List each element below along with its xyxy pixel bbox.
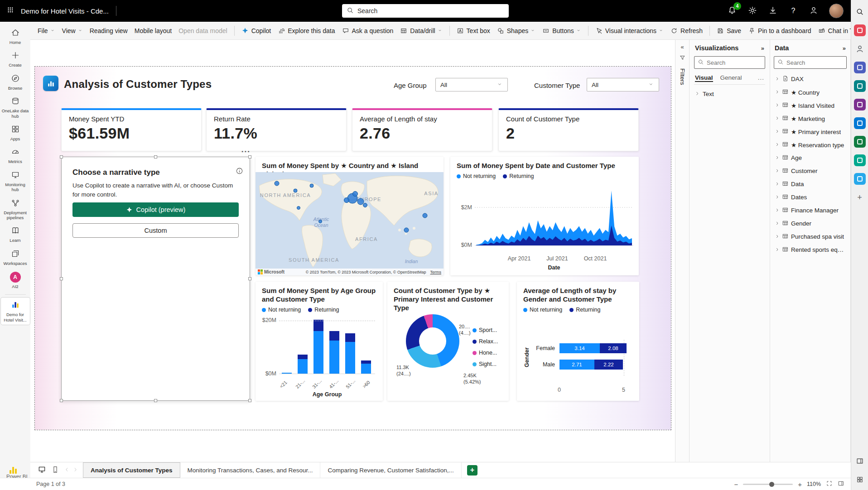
age-group-slicer[interactable]: All — [435, 78, 508, 91]
next-page-button[interactable] — [71, 467, 80, 474]
visual-options-icon[interactable]: ... — [241, 145, 251, 154]
data-field-country[interactable]: ★ Country — [774, 86, 847, 99]
sidebar-item-onelake-data-hub[interactable]: OneLake data hub — [1, 94, 30, 121]
fit-to-width-icon[interactable] — [838, 480, 844, 488]
data-field-age[interactable]: Age — [774, 151, 847, 164]
custom-narrative-button[interactable]: Custom — [72, 223, 239, 238]
bar-row-male[interactable]: 2.712.22 — [559, 360, 623, 370]
sidebar-item-ai2[interactable]: AAI2 — [1, 269, 30, 291]
spend-by-age-visual[interactable]: Sum of Money Spent by Age Group and Cust… — [256, 282, 383, 401]
zoom-slider[interactable] — [743, 484, 793, 485]
ribbon-shapes-button[interactable]: Shapes — [497, 27, 535, 34]
more-options-button[interactable]: ... — [758, 74, 764, 81]
bar-41[interactable] — [329, 331, 339, 374]
notifications-button[interactable]: 4 — [727, 6, 737, 16]
info-icon[interactable] — [236, 167, 243, 176]
sidebar-item-demo-for-hotel-visit[interactable]: Demo for Hotel Visit... — [1, 298, 30, 325]
expand-filters-icon[interactable]: « — [680, 43, 684, 50]
copilot-preview-button[interactable]: Copilot (preview) — [72, 202, 239, 217]
data-field-data[interactable]: Data — [774, 178, 847, 191]
help-button[interactable]: ? — [788, 6, 798, 16]
ribbon-file-button[interactable]: File — [38, 27, 55, 34]
settings-button[interactable] — [747, 6, 757, 16]
primary-interest-donut-visual[interactable]: Count of Customer Type by ★ Primary Inte… — [387, 282, 509, 401]
ribbon-reading-view-button[interactable]: Reading view — [90, 27, 128, 34]
zoom-in-button[interactable]: + — [798, 480, 802, 488]
app-launcher-icon[interactable] — [0, 0, 21, 22]
sheet-tab-comparing-revenue-customer-satisfaction[interactable]: Comparing Revenue, Customer Satisfaction… — [320, 462, 461, 478]
narrative-visual[interactable]: ... Choose a narrative type Use Copilot … — [61, 157, 250, 401]
feedback-button[interactable] — [809, 6, 819, 16]
kpi-card-return-rate[interactable]: Return Rate11.7% — [206, 108, 347, 151]
customer-type-slicer[interactable]: All — [587, 78, 659, 91]
sidebar-item-learn[interactable]: Learn — [1, 223, 30, 245]
ribbon-open-data-model-button[interactable]: Open data model — [178, 27, 227, 34]
ribbon-copilot-button[interactable]: Copilot — [241, 27, 271, 34]
ribbon-visual-interactions-button[interactable]: Visual interactions — [595, 27, 664, 34]
user-avatar[interactable] — [829, 4, 844, 18]
data-field-purchased-spa-visit[interactable]: Purchased spa visit — [774, 230, 847, 243]
sidebar-item-browse[interactable]: Browse — [1, 71, 30, 93]
sidebar-item-home[interactable]: Home — [1, 25, 30, 47]
kpi-card-count-of-customer-type[interactable]: Count of Customer Type2 — [498, 108, 639, 151]
layout-icon[interactable] — [854, 474, 866, 485]
collapse-pane-icon[interactable]: » — [761, 45, 764, 52]
report-page[interactable]: Analysis of Customer Types Age Group All… — [35, 67, 671, 430]
sidebar-item-apps[interactable]: Apps — [1, 122, 30, 144]
m365-app-icon-7[interactable] — [854, 154, 866, 166]
m365-app-icon-1[interactable] — [854, 24, 866, 36]
add-page-button[interactable]: + — [467, 465, 477, 476]
previous-page-button[interactable] — [62, 467, 71, 474]
side-panel-toggle-icon[interactable] — [854, 455, 866, 467]
m365-app-icon-2[interactable] — [854, 62, 866, 73]
sidebar-item-deployment-pipelines[interactable]: Deployment pipelines — [1, 196, 30, 223]
zoom-slider-thumb[interactable] — [769, 482, 774, 487]
tab-general[interactable]: General — [720, 74, 742, 81]
add-app-button[interactable]: + — [854, 192, 866, 203]
m365-app-icon-5[interactable] — [854, 117, 866, 129]
ribbon-data-drill-button[interactable]: Data/drill — [400, 27, 442, 34]
m365-app-icon-6[interactable] — [854, 136, 866, 148]
data-field-dax[interactable]: DAX — [774, 72, 847, 86]
m365-app-icon-3[interactable] — [854, 80, 866, 92]
data-field-rented-sports-equipme[interactable]: Rented sports equipme... — [774, 243, 847, 256]
bar-row-female[interactable]: 3.142.08 — [559, 343, 627, 353]
data-field-primary-interest[interactable]: ★ Primary interest — [774, 125, 847, 138]
spend-by-date-visual[interactable]: Sum of Money Spent by Date and Customer … — [450, 157, 639, 275]
bar-31[interactable] — [313, 320, 323, 374]
data-search-input[interactable] — [786, 59, 843, 66]
mobile-view-button[interactable] — [48, 464, 62, 476]
m365-app-icon-8[interactable] — [854, 173, 866, 185]
desktop-view-button[interactable] — [35, 464, 48, 476]
fit-to-page-icon[interactable] — [826, 480, 833, 488]
data-field-reservation-type[interactable]: ★ Reservation type — [774, 138, 847, 151]
tab-visual[interactable]: Visual — [695, 74, 713, 81]
map-terms-link[interactable]: Terms — [430, 270, 442, 274]
people-icon[interactable] — [854, 43, 866, 55]
data-field-island-visited[interactable]: ★ Island Visited — [774, 99, 847, 112]
section-text[interactable]: Text — [694, 91, 765, 97]
ribbon-refresh-button[interactable]: Refresh — [670, 27, 703, 34]
ribbon-pin-button[interactable]: Pin to a dashboard — [748, 27, 811, 34]
m365-app-icon-4[interactable] — [854, 99, 866, 110]
data-search[interactable] — [774, 56, 847, 69]
bar-21[interactable] — [282, 373, 292, 374]
bar-51[interactable] — [345, 333, 355, 374]
sidebar-item-monitoring-hub[interactable]: Monitoring hub — [1, 168, 30, 195]
ribbon-text-box-button[interactable]: Text box — [457, 27, 490, 34]
data-field-dates[interactable]: Dates — [774, 191, 847, 204]
world-map[interactable]: NORTH AMERICAEUROPEASIAAFRICASOUTH AMERI… — [256, 172, 444, 275]
ribbon-save-button[interactable]: Save — [717, 27, 741, 34]
visualizations-search-input[interactable] — [707, 59, 762, 66]
download-button[interactable] — [768, 6, 778, 16]
bar-21[interactable] — [298, 355, 308, 374]
ribbon-mobile-layout-button[interactable]: Mobile layout — [135, 27, 172, 34]
ribbon-buttons-button[interactable]: Buttons — [542, 27, 581, 34]
data-field-marketing[interactable]: ★ Marketing — [774, 112, 847, 125]
ribbon-ask-button[interactable]: Ask a question — [342, 27, 394, 34]
stay-by-gender-visual[interactable]: Average of Length of stay by Gender and … — [517, 282, 639, 401]
ribbon-explore-button[interactable]: Explore this data — [278, 27, 335, 34]
sidebar-item-metrics[interactable]: Metrics — [1, 144, 30, 166]
sidebar-item-create[interactable]: Create — [1, 48, 30, 70]
data-field-gender[interactable]: Gender — [774, 217, 847, 230]
